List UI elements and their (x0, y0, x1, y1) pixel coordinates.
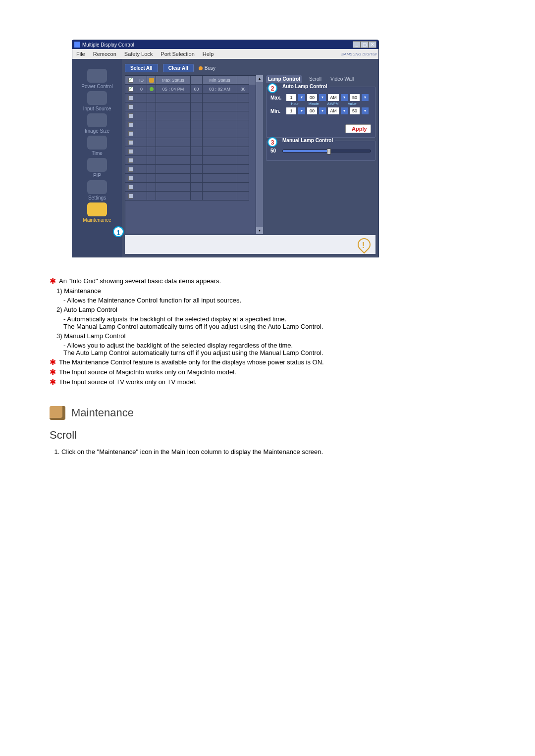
subsection-title: Scroll (50, 429, 485, 442)
dropdown-icon[interactable]: ▾ (341, 94, 348, 101)
menu-remocon[interactable]: Remocon (89, 51, 120, 57)
apply-button[interactable]: Apply (345, 124, 371, 133)
menu-help[interactable]: Help (199, 51, 218, 57)
manual-lamp-title: Manual Lamp Control (280, 138, 335, 143)
table-row[interactable]: 0 05 : 04 PM 60 03 : 02 AM 80 (125, 85, 256, 94)
status-bar: ! (125, 234, 375, 254)
sidebar-item-time[interactable]: Time (75, 136, 119, 156)
app-icon (74, 42, 80, 48)
maintenance-section-icon (50, 406, 65, 420)
menubar: File Remocon Safety Lock Port Selection … (72, 49, 378, 59)
maximize-button[interactable]: ▢ (361, 41, 369, 48)
col-status-icon (147, 76, 156, 85)
min-value[interactable]: 50 (350, 107, 360, 114)
item-2-sub1: - Automatically adjusts the backlight of… (63, 315, 485, 323)
min-label: Min. (270, 108, 284, 114)
dropdown-icon[interactable]: ▾ (298, 94, 305, 101)
sidebar-item-input[interactable]: Input Source (75, 91, 119, 111)
dropdown-icon[interactable]: ▾ (319, 94, 326, 101)
section-title: Maintenance (71, 406, 134, 419)
col-minstatus: Min Status (203, 76, 237, 85)
tab-scroll[interactable]: Scroll (307, 75, 323, 83)
callout-1: 1 (113, 226, 124, 237)
min-ampm[interactable]: AM (328, 107, 339, 114)
menu-file[interactable]: File (72, 51, 89, 57)
main-panel: Select All Clear All Busy ID Max Status (122, 59, 378, 257)
star-icon: ✱ (50, 368, 56, 376)
col-maxstatus: Max Status (156, 76, 191, 85)
dropdown-icon[interactable]: ▾ (341, 107, 348, 114)
menu-safetylock[interactable]: Safety Lock (120, 51, 157, 57)
busy-indicator: Busy (199, 65, 215, 71)
dropdown-icon[interactable]: ▾ (362, 94, 369, 101)
max-minute[interactable]: 00 (307, 94, 317, 101)
auto-lamp-title: Auto Lamp Control (280, 84, 329, 89)
sidebar-item-imagesize[interactable]: Image Size (75, 113, 119, 134)
menu-portselection[interactable]: Port Selection (157, 51, 198, 57)
item-1: 1) Maintenance (56, 287, 485, 295)
max-label: Max. (270, 95, 284, 101)
item-3: 3) Manual Lamp Control (56, 332, 485, 340)
tab-video-wall[interactable]: Video Wall (328, 75, 356, 83)
select-all-button[interactable]: Select All (125, 64, 158, 72)
minimize-button[interactable]: _ (353, 41, 361, 48)
item-3-sub1: - Allows you to adjust the backlight of … (63, 342, 485, 349)
status-dot-icon (150, 87, 154, 91)
item-1-sub: - Allows the Maintenance Control functio… (63, 297, 485, 304)
row-checkbox[interactable] (128, 87, 133, 92)
dropdown-icon[interactable]: ▾ (298, 107, 305, 114)
right-tabs: Lamp Control Scroll Video Wall (266, 75, 375, 83)
sidebar-item-power[interactable]: Power Control (75, 69, 119, 89)
dropdown-icon[interactable]: ▾ (319, 107, 326, 114)
manual-value-label: 50 (270, 148, 280, 153)
scroll-down-icon[interactable]: ▾ (256, 227, 263, 234)
sidebar-item-pip[interactable]: PIP (75, 158, 119, 178)
star-icon: ✱ (50, 277, 56, 285)
app-window: Multiple Display Control _ ▢ ✕ File Remo… (72, 40, 379, 257)
min-minute[interactable]: 00 (307, 107, 317, 114)
item-2: 2) Auto Lamp Control (56, 306, 485, 313)
sidebar: Power Control Input Source Image Size Ti… (72, 59, 122, 257)
item-2-sub2: The Manual Lamp Control automatically tu… (63, 323, 485, 330)
manual-lamp-slider[interactable] (282, 150, 371, 152)
sidebar-item-settings[interactable]: Settings (75, 180, 119, 201)
item-3-sub2: The Auto Lamp Control automatically turn… (63, 349, 485, 356)
window-title: Multiple Display Control (82, 42, 134, 48)
clear-all-button[interactable]: Clear All (163, 64, 194, 72)
info-grid: ID Max Status Min Status 0 (125, 75, 256, 234)
dropdown-icon[interactable]: ▾ (362, 107, 369, 114)
grid-scrollbar[interactable]: ▴ ▾ (256, 75, 263, 234)
col-check[interactable] (125, 76, 136, 85)
samsung-logo: SAMSUNG DIGITall (341, 52, 376, 56)
callout-2: 2 (268, 83, 277, 93)
min-hour[interactable]: 1 (286, 107, 296, 114)
star-icon: ✱ (50, 378, 56, 386)
sidebar-item-maintenance[interactable]: Maintenance (75, 202, 119, 223)
col-id: ID (136, 76, 147, 85)
warning-icon: ! (355, 236, 374, 254)
note-2: ✱The Input source of MagicInfo works onl… (50, 368, 485, 376)
col-maxv (191, 76, 203, 85)
slider-thumb-icon[interactable] (327, 149, 331, 154)
max-value[interactable]: 50 (350, 94, 360, 101)
auto-lamp-panel: 2 Auto Lamp Control Max. 1▾ 00▾ AM▾ 50▾ (266, 87, 375, 138)
star-icon: ✱ (50, 358, 56, 366)
manual-lamp-panel: 3 Manual Lamp Control 50 (266, 141, 375, 161)
scroll-up-icon[interactable]: ▴ (256, 75, 263, 82)
callout-3: 3 (268, 137, 277, 147)
max-hour[interactable]: 1 (286, 94, 296, 101)
note-3: ✱The Input source of TV works only on TV… (50, 378, 485, 386)
max-ampm[interactable]: AM (328, 94, 339, 101)
col-minv (237, 76, 249, 85)
note-1: ✱The Maintenance Control feature is avai… (50, 358, 485, 366)
step-1: Click on the "Maintenance" icon in the M… (61, 448, 485, 455)
tab-lamp-control[interactable]: Lamp Control (266, 75, 302, 83)
close-button[interactable]: ✕ (369, 41, 376, 48)
titlebar: Multiple Display Control _ ▢ ✕ (72, 40, 378, 49)
bullet-info-grid: ✱An "Info Grid" showing several basic da… (50, 277, 485, 285)
